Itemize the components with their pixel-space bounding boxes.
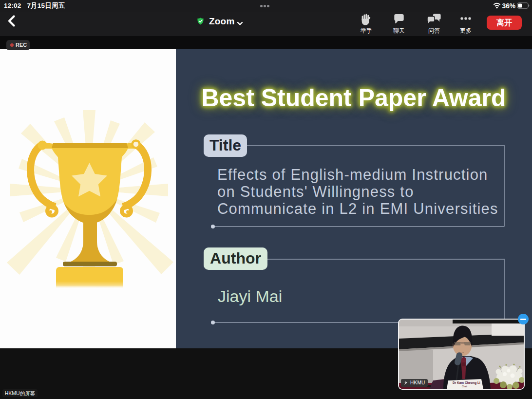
svg-text:Chair: Chair <box>462 385 468 388</box>
svg-text:Dr Kam Cheong Li: Dr Kam Cheong Li <box>453 381 480 385</box>
svg-text:36%: 36% <box>502 2 516 10</box>
